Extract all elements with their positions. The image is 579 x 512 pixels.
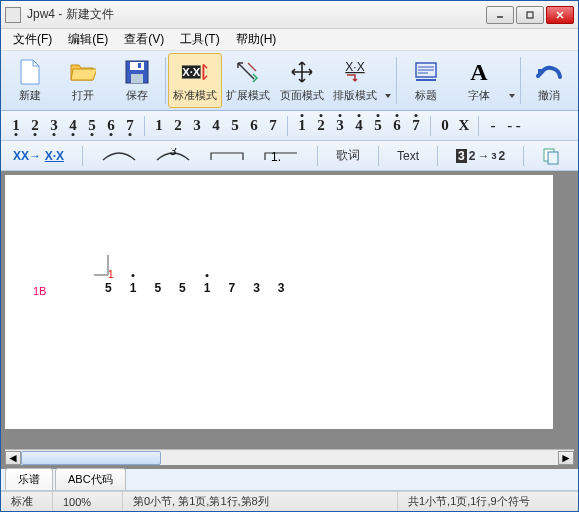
separator bbox=[520, 57, 521, 104]
svg-text:X·X: X·X bbox=[346, 61, 365, 74]
note-row: 51551733 bbox=[105, 281, 285, 295]
note-0[interactable]: 0 bbox=[436, 115, 454, 137]
svg-text:X·X: X·X bbox=[182, 66, 201, 78]
page-mode-button[interactable]: 页面模式 bbox=[275, 53, 328, 108]
note-2-low[interactable]: 2 bbox=[26, 115, 44, 137]
copy-button[interactable] bbox=[538, 145, 564, 167]
ribbon: 新建 打开 保存 X·X标准模式 扩展模式 页面模式 X·X排版模式 标题 A字… bbox=[1, 51, 578, 111]
format-dropdown-arrow[interactable] bbox=[506, 53, 518, 108]
menu-view[interactable]: 查看(V) bbox=[118, 29, 170, 50]
xx-convert-button[interactable]: XX→ X·X bbox=[9, 145, 68, 167]
note-4-low[interactable]: 4 bbox=[64, 115, 82, 137]
standard-mode-icon: X·X bbox=[181, 58, 209, 86]
note[interactable]: 5 bbox=[105, 281, 112, 295]
menu-tools[interactable]: 工具(T) bbox=[174, 29, 225, 50]
note-5-low[interactable]: 5 bbox=[83, 115, 101, 137]
note[interactable]: 1 bbox=[130, 281, 137, 295]
lyric-button[interactable]: 歌词 bbox=[332, 145, 364, 167]
undo-icon bbox=[535, 58, 563, 86]
status-mode: 标准 bbox=[1, 492, 53, 511]
note-2[interactable]: 2 bbox=[169, 115, 187, 137]
separator bbox=[144, 116, 145, 136]
close-button[interactable] bbox=[546, 6, 574, 24]
save-button[interactable]: 保存 bbox=[110, 53, 163, 108]
note-7-high[interactable]: 7 bbox=[407, 115, 425, 137]
dash-button[interactable]: - bbox=[484, 115, 502, 137]
note-4[interactable]: 4 bbox=[207, 115, 225, 137]
note[interactable]: 1 bbox=[204, 281, 211, 295]
scroll-right-button[interactable]: ► bbox=[558, 451, 574, 465]
double-dash-button[interactable]: - - bbox=[503, 115, 525, 137]
note[interactable]: 3 bbox=[278, 281, 285, 295]
new-button[interactable]: 新建 bbox=[3, 53, 56, 108]
separator bbox=[523, 146, 524, 166]
separator bbox=[287, 116, 288, 136]
tab-score[interactable]: 乐谱 bbox=[5, 468, 53, 490]
bracket-1dot-button[interactable]: 1. bbox=[259, 145, 303, 167]
view-tabs: 乐谱 ABC代码 bbox=[1, 469, 578, 491]
font-button[interactable]: A字体 bbox=[452, 53, 505, 108]
mode-dropdown-arrow[interactable] bbox=[382, 53, 394, 108]
note[interactable]: 7 bbox=[228, 281, 235, 295]
title-icon bbox=[412, 58, 440, 86]
extend-mode-button[interactable]: 扩展模式 bbox=[222, 53, 275, 108]
font-icon: A bbox=[465, 58, 493, 86]
note-5-high[interactable]: 5 bbox=[369, 115, 387, 137]
scroll-thumb[interactable] bbox=[21, 451, 161, 465]
minimize-button[interactable] bbox=[486, 6, 514, 24]
svg-text:1.: 1. bbox=[271, 150, 281, 164]
note-3-low[interactable]: 3 bbox=[45, 115, 63, 137]
note-7-low[interactable]: 7 bbox=[121, 115, 139, 137]
svg-text:3: 3 bbox=[170, 148, 177, 158]
undo-button[interactable]: 撤消 bbox=[523, 53, 576, 108]
note-1[interactable]: 1 bbox=[150, 115, 168, 137]
note-6[interactable]: 6 bbox=[245, 115, 263, 137]
svg-rect-5 bbox=[130, 62, 144, 70]
open-button[interactable]: 打开 bbox=[56, 53, 109, 108]
menu-edit[interactable]: 编辑(E) bbox=[62, 29, 114, 50]
note-x[interactable]: X bbox=[455, 115, 473, 137]
note-1-low[interactable]: 1 bbox=[7, 115, 25, 137]
layout-mode-button[interactable]: X·X排版模式 bbox=[329, 53, 382, 108]
content-area: 1B 1 51551733 ◄ ► bbox=[1, 171, 578, 469]
svg-rect-1 bbox=[527, 12, 533, 18]
text-button[interactable]: Text bbox=[393, 145, 423, 167]
svg-rect-20 bbox=[548, 152, 558, 164]
scroll-left-button[interactable]: ◄ bbox=[5, 451, 21, 465]
bracket-1-button[interactable] bbox=[205, 145, 249, 167]
note-6-low[interactable]: 6 bbox=[102, 115, 120, 137]
app-icon bbox=[5, 7, 21, 23]
title-button[interactable]: 标题 bbox=[399, 53, 452, 108]
tab-abc[interactable]: ABC代码 bbox=[55, 468, 126, 490]
maximize-button[interactable] bbox=[516, 6, 544, 24]
note[interactable]: 3 bbox=[253, 281, 260, 295]
separator bbox=[165, 57, 166, 104]
menu-file[interactable]: 文件(F) bbox=[7, 29, 58, 50]
menubar: 文件(F) 编辑(E) 查看(V) 工具(T) 帮助(H) bbox=[1, 29, 578, 51]
red-annotation: 1 bbox=[108, 269, 114, 280]
note-3[interactable]: 3 bbox=[188, 115, 206, 137]
note-4-high[interactable]: 4 bbox=[350, 115, 368, 137]
menu-help[interactable]: 帮助(H) bbox=[230, 29, 283, 50]
time-sig-button[interactable]: 32→32 bbox=[452, 145, 509, 167]
slur-3-button[interactable]: 3 bbox=[151, 145, 195, 167]
note[interactable]: 5 bbox=[154, 281, 161, 295]
slur-1-button[interactable] bbox=[97, 145, 141, 167]
note-6-high[interactable]: 6 bbox=[388, 115, 406, 137]
note[interactable]: 5 bbox=[179, 281, 186, 295]
note-1-high[interactable]: 1 bbox=[293, 115, 311, 137]
svg-rect-7 bbox=[138, 63, 141, 68]
separator bbox=[396, 57, 397, 104]
separator bbox=[430, 116, 431, 136]
layout-mode-icon: X·X bbox=[341, 58, 369, 86]
scroll-track[interactable] bbox=[21, 451, 558, 465]
score-page: 1B 1 51551733 bbox=[5, 175, 553, 429]
standard-mode-button[interactable]: X·X标准模式 bbox=[168, 53, 221, 108]
note-3-high[interactable]: 3 bbox=[331, 115, 349, 137]
app-window: Jpw4 - 新建文件 文件(F) 编辑(E) 查看(V) 工具(T) 帮助(H… bbox=[0, 0, 579, 512]
page-canvas[interactable]: 1B 1 51551733 bbox=[5, 175, 574, 449]
symbol-toolbar: XX→ X·X 3 1. 歌词 Text 32→32 bbox=[1, 141, 578, 171]
note-5[interactable]: 5 bbox=[226, 115, 244, 137]
note-2-high[interactable]: 2 bbox=[312, 115, 330, 137]
note-7[interactable]: 7 bbox=[264, 115, 282, 137]
